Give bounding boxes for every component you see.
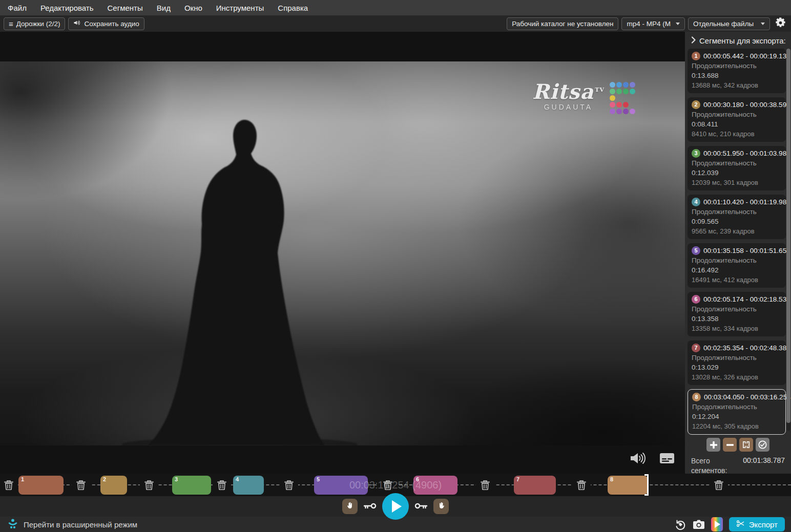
key-left-icon: [363, 502, 377, 511]
delete-segment-icon[interactable]: [0, 474, 18, 496]
menu-item-segments[interactable]: Сегменты: [108, 4, 143, 12]
video-surface[interactable]: RitsaTV GUDAUTA: [0, 61, 685, 445]
delete-segment-icon[interactable]: [280, 474, 298, 496]
segment-card[interactable]: 6 00:02:05.174 - 00:02:18.532 Продолжите…: [688, 292, 786, 336]
scrollbar-thumb[interactable]: [786, 49, 790, 423]
delete-segment-icon[interactable]: [140, 474, 158, 496]
working-dir-button[interactable]: Рабочий каталог не установлен: [507, 17, 618, 30]
segment-card[interactable]: 3 00:00:51.950 - 00:01:03.989 Продолжите…: [688, 146, 786, 190]
watermark-subtitle: GUDAUTA: [532, 103, 605, 111]
gear-icon: [775, 17, 786, 31]
hand-icon: [346, 502, 354, 511]
watermark-logo: [610, 82, 635, 114]
timeline-segment[interactable]: 6: [413, 476, 457, 495]
menu-item-edit[interactable]: Редактировать: [40, 4, 94, 12]
timeline-segment[interactable]: 2: [100, 476, 127, 495]
select-segments-button[interactable]: [756, 438, 769, 452]
tracks-button[interactable]: ≡ Дорожки (2/2): [4, 17, 65, 30]
subtitles-icon[interactable]: [659, 452, 675, 466]
segment-number-badge: 6: [692, 295, 700, 304]
export-button[interactable]: Экспорт: [729, 517, 785, 531]
segment-list: 1 00:00:05.442 - 00:00:19.131 Продолжите…: [685, 48, 791, 435]
segment-time-range: 00:02:05.174 - 00:02:18.532: [703, 294, 790, 304]
scrollbar[interactable]: [786, 49, 790, 431]
timeline-segment[interactable]: 4: [233, 476, 264, 495]
segment-card[interactable]: 1 00:00:05.442 - 00:00:19.131 Продолжите…: [688, 49, 786, 93]
preview-button[interactable]: [711, 517, 723, 531]
tracks-button-label: Дорожки (2/2): [16, 20, 60, 28]
set-cut-end-button[interactable]: [433, 499, 449, 514]
prev-keyframe-button[interactable]: [362, 499, 378, 514]
timeline-segment[interactable]: 8: [608, 476, 648, 495]
timeline-segment[interactable]: 3: [172, 476, 211, 495]
delete-segment-icon[interactable]: [72, 474, 90, 496]
logo-dot: [610, 109, 615, 114]
segment-time-range: 00:02:35.354 - 00:02:48.382: [703, 343, 790, 353]
duration-value: 0:16.492: [692, 265, 782, 275]
logo-dot: [610, 95, 615, 101]
segment-number-badge: 3: [692, 149, 700, 158]
menu-item-tools[interactable]: Инструменты: [216, 4, 264, 12]
duration-value: 0:12.039: [692, 168, 782, 178]
delete-segment-icon[interactable]: [213, 474, 231, 496]
segments-panel-title: Сегменты для экспорта:: [699, 36, 786, 45]
video-player[interactable]: RitsaTV GUDAUTA: [0, 32, 685, 474]
output-mode-select[interactable]: Отдельные файлы: [688, 17, 770, 30]
segment-time-range: 00:00:05.442 - 00:00:19.131: [703, 51, 790, 61]
segment-details: 8410 мс, 210 кадров: [692, 129, 782, 139]
timeline-segment[interactable]: 7: [514, 476, 556, 495]
playhead[interactable]: [647, 474, 649, 496]
timeline-segment-number: 8: [610, 476, 613, 482]
settings-button[interactable]: [773, 16, 787, 31]
remove-segment-button[interactable]: [723, 438, 737, 452]
collapse-panel-icon[interactable]: [691, 36, 696, 45]
play-icon: [392, 500, 402, 513]
menu-item-view[interactable]: Вид: [157, 4, 171, 12]
menu-item-window[interactable]: Окно: [184, 4, 202, 12]
save-audio-button[interactable]: Сохранить аудио: [68, 17, 144, 30]
timeline-segment-number: 3: [175, 476, 178, 482]
watermark-tm: TV: [595, 87, 605, 93]
logo-dot: [616, 89, 622, 94]
delete-segment-icon[interactable]: [572, 474, 591, 496]
volume-icon[interactable]: [629, 451, 646, 467]
segment-card[interactable]: 2 00:00:30.180 - 00:00:38.591 Продолжите…: [688, 97, 786, 142]
next-keyframe-button[interactable]: [413, 499, 429, 514]
split-segment-button[interactable]: [739, 438, 753, 452]
delete-segment-icon[interactable]: [476, 474, 494, 496]
menu-item-file[interactable]: Файл: [8, 4, 27, 12]
timeline-segment-number: 6: [416, 476, 419, 482]
segment-card[interactable]: 5 00:01:35.158 - 00:01:51.650 Продолжите…: [688, 243, 786, 288]
segment-details: 12039 мс, 301 кадров: [692, 178, 782, 187]
duration-value: 0:13.358: [692, 314, 782, 324]
key-right-icon: [414, 502, 428, 511]
video-silhouette: [0, 61, 685, 445]
output-format-select[interactable]: mp4 - MP4 (M: [621, 17, 685, 30]
advanced-mode-toggle[interactable]: Перейти в расширенный режим: [7, 518, 137, 531]
duration-value: 0:12.204: [692, 412, 781, 421]
total-segments-label: Всего сегментов:: [691, 456, 735, 476]
segment-details: 13688 мс, 342 кадров: [692, 80, 782, 90]
timeline-segment-number: 7: [516, 476, 519, 482]
segment-card[interactable]: 4 00:01:10.420 - 00:01:19.986 Продолжите…: [688, 195, 786, 239]
tracks-menu-icon: ≡: [9, 20, 13, 28]
duration-value: 0:13.688: [692, 71, 782, 80]
logo-dot: [610, 82, 615, 88]
delete-segment-icon[interactable]: [710, 474, 728, 496]
add-segment-button[interactable]: [706, 438, 720, 452]
screenshot-button[interactable]: [693, 519, 705, 529]
segment-card[interactable]: 8 00:03:04.050 - 00:03:16.254 Продолжите…: [688, 389, 786, 435]
segment-card[interactable]: 7 00:02:35.354 - 00:02:48.382 Продолжите…: [688, 341, 786, 385]
duration-label: Продолжительность: [692, 61, 782, 71]
logo-dot: [630, 89, 635, 94]
set-cut-start-button[interactable]: [342, 499, 358, 514]
play-button[interactable]: [382, 493, 409, 520]
timeline-segment[interactable]: 5: [314, 476, 368, 495]
segment-number-badge: 8: [692, 393, 701, 401]
scissors-icon: [736, 519, 745, 529]
menu-item-help[interactable]: Справка: [278, 4, 308, 12]
segment-details: 13358 мс, 334 кадров: [692, 324, 782, 333]
segment-number-badge: 7: [692, 344, 700, 352]
rotate-button[interactable]: [674, 518, 686, 530]
timeline-segment[interactable]: 1: [18, 476, 64, 495]
